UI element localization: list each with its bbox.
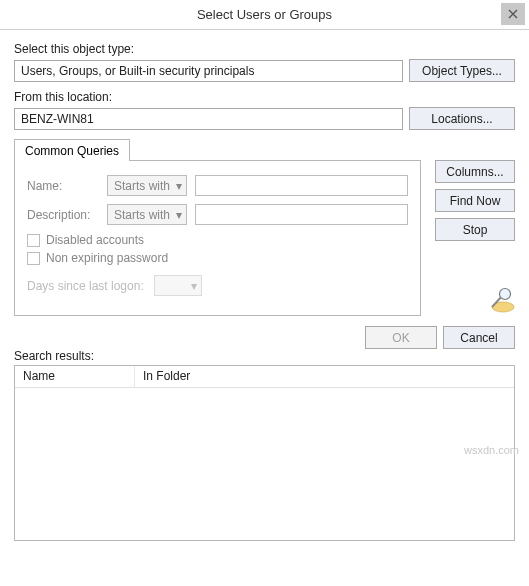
chevron-down-icon: ▾: [191, 279, 197, 293]
tab-common-queries[interactable]: Common Queries: [14, 139, 130, 161]
name-filter-input[interactable]: [195, 175, 408, 196]
object-types-button[interactable]: Object Types...: [409, 59, 515, 82]
chevron-down-icon: ▾: [176, 208, 182, 222]
search-results-label: Search results:: [14, 349, 94, 363]
non-expiring-checkbox[interactable]: [27, 252, 40, 265]
name-mode-select[interactable]: Starts with ▾: [107, 175, 187, 196]
ok-button: OK: [365, 326, 437, 349]
disabled-accounts-label: Disabled accounts: [46, 233, 144, 247]
days-since-logon-select: ▾: [154, 275, 202, 296]
name-filter-label: Name:: [27, 179, 99, 193]
cancel-button[interactable]: Cancel: [443, 326, 515, 349]
window-close-button[interactable]: [501, 3, 525, 25]
disabled-accounts-checkbox[interactable]: [27, 234, 40, 247]
columns-button[interactable]: Columns...: [435, 160, 515, 183]
description-filter-input[interactable]: [195, 204, 408, 225]
results-header: Name In Folder: [15, 366, 514, 388]
location-label: From this location:: [14, 90, 515, 104]
days-since-logon-label: Days since last logon:: [27, 279, 144, 293]
svg-point-1: [500, 289, 511, 300]
close-icon: [508, 9, 518, 19]
locations-button[interactable]: Locations...: [409, 107, 515, 130]
title-bar: Select Users or Groups: [0, 0, 529, 30]
column-header-name[interactable]: Name: [15, 366, 135, 387]
description-filter-label: Description:: [27, 208, 99, 222]
name-mode-value: Starts with: [114, 179, 170, 193]
window-title: Select Users or Groups: [197, 7, 332, 22]
query-tabs: Common Queries Name: Starts with ▾ Descr…: [14, 138, 515, 316]
search-results-icon: [483, 247, 515, 316]
object-type-field[interactable]: [14, 60, 403, 82]
chevron-down-icon: ▾: [176, 179, 182, 193]
object-type-label: Select this object type:: [14, 42, 515, 56]
stop-button[interactable]: Stop: [435, 218, 515, 241]
find-now-button[interactable]: Find Now: [435, 189, 515, 212]
description-mode-select[interactable]: Starts with ▾: [107, 204, 187, 225]
description-mode-value: Starts with: [114, 208, 170, 222]
search-results-grid: Name In Folder: [14, 365, 515, 541]
non-expiring-label: Non expiring password: [46, 251, 168, 265]
column-header-in-folder[interactable]: In Folder: [135, 366, 514, 387]
location-field[interactable]: [14, 108, 403, 130]
